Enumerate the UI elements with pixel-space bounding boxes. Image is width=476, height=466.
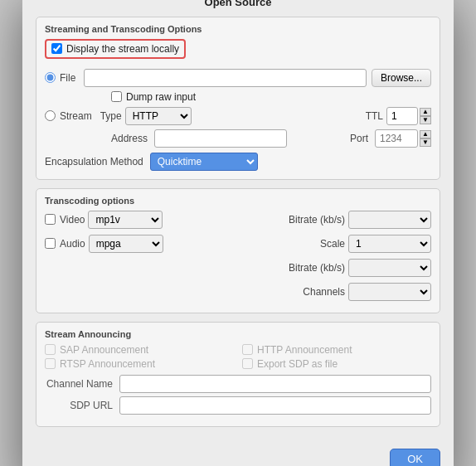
encap-label: Encapsulation Method <box>45 156 143 167</box>
encap-select[interactable]: Quicktime <box>150 153 258 171</box>
port-label: Port <box>350 133 368 144</box>
channels-label: Channels <box>303 286 345 298</box>
footer: OK <box>22 445 454 467</box>
address-label: Address <box>111 133 148 144</box>
channel-name-row: Channel Name <box>45 375 431 393</box>
port-down-btn[interactable]: ▼ <box>420 138 431 147</box>
video-checkbox[interactable] <box>45 214 56 225</box>
transcoding-section-title: Transcoding options <box>45 196 431 206</box>
stream-row: Stream Type HTTP TTL ▲ ▼ <box>45 107 431 125</box>
file-radio-label: File <box>60 72 75 84</box>
channels-select[interactable] <box>348 283 431 301</box>
audio-row: Audio mpga <box>45 235 234 253</box>
video-bitrate-select[interactable] <box>348 211 431 229</box>
sdp-url-input[interactable] <box>119 396 431 415</box>
sdp-url-label: SDP URL <box>45 400 119 411</box>
scale-row: Scale 1 <box>242 235 431 253</box>
ok-button[interactable]: OK <box>390 449 440 467</box>
rtsp-row: RTSP Announcement <box>45 358 234 370</box>
announcing-section-title: Stream Announcing <box>45 329 431 339</box>
address-row: Address Port ▲ ▼ <box>111 129 431 148</box>
bitrate-label: Bitrate (kb/s) <box>289 214 345 226</box>
port-up-btn[interactable]: ▲ <box>420 130 431 138</box>
export-sdp-checkbox[interactable] <box>242 358 253 369</box>
video-codec-select[interactable]: mp1v <box>88 211 163 229</box>
stream-type-select[interactable]: HTTP <box>125 107 192 125</box>
ttl-input[interactable] <box>386 107 418 125</box>
ttl-down-btn[interactable]: ▼ <box>420 116 431 124</box>
browse-button[interactable]: Browse... <box>372 69 431 87</box>
audio-codec-select[interactable]: mpga <box>89 235 163 253</box>
video-label: Video <box>60 214 88 226</box>
transcoding-right: Bitrate (kb/s) Scale 1 Bitrate (kb/s) <box>242 211 431 304</box>
dump-raw-label: Dump raw input <box>126 91 196 103</box>
video-row: Video mp1v <box>45 211 234 229</box>
audio-bitrate-select[interactable] <box>348 259 431 277</box>
http-checkbox[interactable] <box>242 344 253 355</box>
http-row: HTTP Announcement <box>242 344 431 356</box>
channel-name-label: Channel Name <box>45 378 119 390</box>
sap-row: SAP Announcement <box>45 344 234 356</box>
dump-raw-checkbox[interactable] <box>111 91 122 102</box>
display-local-label: Display the stream locally <box>66 43 179 55</box>
dump-raw-row: Dump raw input <box>111 91 431 103</box>
dialog-title: Open Source <box>22 0 454 13</box>
encap-row: Encapsulation Method Quicktime <box>45 153 431 171</box>
sap-label: SAP Announcement <box>60 344 148 356</box>
sdp-url-row: SDP URL <box>45 396 431 415</box>
display-local-row: Display the stream locally <box>45 39 186 59</box>
file-radio[interactable] <box>45 72 56 83</box>
port-input[interactable] <box>375 129 418 148</box>
ttl-up-btn[interactable]: ▲ <box>420 108 431 116</box>
channels-row: Channels <box>242 283 431 301</box>
channel-name-input[interactable] <box>119 375 431 393</box>
audio-bitrate-row: Bitrate (kb/s) <box>242 259 431 277</box>
export-sdp-label: Export SDP as file <box>257 358 338 370</box>
scale-select[interactable]: 1 <box>348 235 431 253</box>
file-path-input[interactable]: /Users/alexander/Desktop/vlc-output.mov <box>84 69 367 87</box>
streaming-section: Streaming and Transcoding Options Displa… <box>36 17 440 180</box>
ttl-spinner[interactable]: ▲ ▼ <box>420 108 431 124</box>
file-row: File /Users/alexander/Desktop/vlc-output… <box>45 69 431 87</box>
streaming-section-title: Streaming and Transcoding Options <box>45 24 431 34</box>
rtsp-label: RTSP Announcement <box>60 358 155 370</box>
stream-radio-label: Stream <box>60 110 92 122</box>
port-spinner[interactable]: ▲ ▼ <box>420 130 431 147</box>
audio-label: Audio <box>60 238 89 250</box>
announcing-grid: SAP Announcement HTTP Announcement RTSP … <box>45 344 431 370</box>
open-source-dialog: Open Source Streaming and Transcoding Op… <box>22 0 454 466</box>
rtsp-checkbox[interactable] <box>45 358 56 369</box>
http-label: HTTP Announcement <box>257 344 352 356</box>
sap-checkbox[interactable] <box>45 344 56 355</box>
audio-bitrate-label: Bitrate (kb/s) <box>289 262 345 274</box>
transcoding-grid: Video mp1v Audio mpga <box>45 211 431 304</box>
display-local-checkbox[interactable] <box>51 43 62 54</box>
video-bitrate-row: Bitrate (kb/s) <box>242 211 431 229</box>
announcing-section: Stream Announcing SAP Announcement HTTP … <box>36 322 440 427</box>
scale-label: Scale <box>320 238 345 250</box>
stream-radio[interactable] <box>45 110 56 121</box>
type-label: Type <box>100 110 122 122</box>
address-input[interactable] <box>154 129 287 148</box>
audio-checkbox[interactable] <box>45 238 56 249</box>
export-sdp-row: Export SDP as file <box>242 358 431 370</box>
ttl-label: TTL <box>366 110 383 122</box>
transcoding-section: Transcoding options Video mp1v Audio <box>36 188 440 313</box>
transcoding-left: Video mp1v Audio mpga <box>45 211 234 304</box>
